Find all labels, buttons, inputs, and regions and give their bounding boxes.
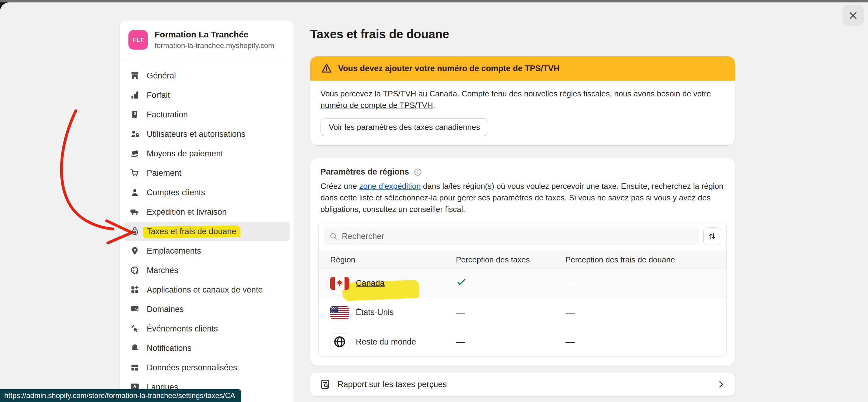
sort-button[interactable]: [703, 228, 721, 245]
payments-icon: [130, 148, 140, 159]
region-cell: États-Unis: [319, 306, 456, 319]
sidebar-item-label: Emplacements: [147, 246, 201, 256]
warning-paragraph: Vous percevez la TPS/TVH au Canada. Comp…: [320, 88, 725, 111]
region-label: États-Unis: [356, 308, 394, 317]
sort-arrows-icon: [707, 231, 717, 241]
warning-banner-text: Vous devez ajouter votre numéro de compt…: [338, 64, 559, 73]
tax-report-label: Rapport sur les taxes perçues: [338, 380, 447, 389]
billing-icon: $: [130, 109, 140, 120]
tps-account-link[interactable]: numéro de compte de TPS/TVH: [320, 101, 433, 110]
regions-table-container: Région Perception des taxes Perception d…: [318, 222, 727, 357]
sidebar-item-label: Taxes et frais de douane: [147, 227, 236, 236]
settings-sidebar: FLT Formation La Tranchée formation-la-t…: [120, 20, 294, 402]
sidebar-item-shipping-truck[interactable]: Expédition et livraison: [124, 202, 290, 222]
sidebar-item-label: Général: [147, 71, 176, 80]
warning-triangle-icon: [320, 62, 333, 74]
custom-data-icon: [130, 363, 140, 373]
sidebar-item-label: Événements clients: [147, 324, 218, 334]
view-canadian-taxes-button[interactable]: Voir les paramètres des taxes canadienne…: [320, 118, 488, 136]
tax-collection-cell: —: [456, 307, 565, 318]
warning-text-before: Vous percevez la TPS/TVH au Canada. Comp…: [320, 89, 711, 98]
region-cell: Canada: [319, 277, 456, 290]
region-row-canada[interactable]: Canada—: [319, 269, 726, 298]
region-row-globe[interactable]: Reste du monde——: [319, 327, 726, 357]
regions-table-body: Canada—États-Unis——Reste du monde——: [319, 269, 726, 357]
cursor-click-icon: [130, 324, 140, 334]
info-icon[interactable]: [413, 168, 423, 177]
sidebar-item-users[interactable]: Utilisateurs et autorisations: [124, 124, 290, 144]
taxes-bag-icon: [130, 226, 140, 237]
main-content: Taxes et frais de douane Vous devez ajou…: [310, 27, 735, 396]
regions-card-title: Paramètres de régions: [320, 167, 409, 177]
store-icon: [130, 71, 140, 81]
regions-table-header: Région Perception des taxes Perception d…: [319, 250, 726, 269]
regions-description: Créez une zone d’expédition dans la/les …: [318, 180, 727, 215]
svg-text:$: $: [136, 270, 138, 275]
sidebar-item-label: Données personnalisées: [147, 363, 237, 372]
warning-text-after: .: [433, 101, 435, 110]
sidebar-item-apps-grid[interactable]: Applications et canaux de vente: [124, 280, 290, 300]
tax-report-icon: [319, 378, 331, 390]
close-icon: [847, 10, 859, 21]
sidebar-item-label: Paiement: [147, 168, 181, 178]
duty-collection-cell: —: [565, 307, 726, 318]
sidebar-item-location-pin[interactable]: Emplacements: [124, 241, 290, 261]
store-name: Formation La Tranchée: [155, 30, 274, 40]
region-label: Reste du monde: [356, 337, 416, 347]
warning-banner: Vous devez ajouter votre numéro de compt…: [310, 56, 735, 80]
regions-desc-before: Créez une: [320, 181, 359, 191]
sidebar-item-store[interactable]: Général: [124, 66, 290, 86]
regions-settings-card: Paramètres de régions Créez une zone d’e…: [310, 158, 735, 366]
no-value-dash: —: [565, 278, 575, 288]
shipping-truck-icon: [130, 207, 140, 217]
sidebar-item-cursor-click[interactable]: Événements clients: [124, 319, 290, 338]
sidebar-item-domains-window[interactable]: Domaines: [124, 300, 290, 319]
svg-text:A: A: [133, 384, 136, 389]
sidebar-item-payments[interactable]: Moyens de paiement: [124, 144, 290, 163]
customer-accounts-icon: [130, 187, 140, 198]
svg-text:$: $: [134, 111, 136, 115]
sidebar-item-checkout-cart[interactable]: Paiement: [124, 163, 290, 183]
tps-warning-card: Vous devez ajouter votre numéro de compt…: [310, 56, 735, 145]
page-title: Taxes et frais de douane: [310, 27, 735, 41]
status-url-bar: https://admin.shopify.com/store/formatio…: [0, 389, 241, 402]
sidebar-item-customer-accounts[interactable]: Comptes clients: [124, 183, 290, 202]
sidebar-item-billing[interactable]: $Facturation: [124, 105, 290, 124]
annotation-highlight: [143, 225, 241, 238]
globe-icon: [330, 333, 349, 350]
sidebar-item-label: Notifications: [147, 344, 191, 353]
sidebar-item-custom-data[interactable]: Données personnalisées: [124, 358, 290, 377]
region-link[interactable]: Canada: [356, 278, 385, 288]
usa-flag-icon: [330, 306, 349, 319]
store-avatar: FLT: [128, 30, 148, 49]
sidebar-item-label: Utilisateurs et autorisations: [147, 130, 245, 139]
checkout-cart-icon: [130, 168, 140, 178]
close-button[interactable]: [842, 5, 864, 26]
sidebar-item-bell[interactable]: Notifications: [124, 338, 290, 358]
shipping-zone-link[interactable]: zone d’expédition: [359, 181, 421, 191]
sidebar-item-label: Marchés: [147, 266, 178, 275]
bell-icon: [130, 343, 140, 353]
sidebar-item-taxes-bag[interactable]: Taxes et frais de douane: [124, 222, 290, 241]
sidebar-item-label: Forfait: [147, 91, 170, 100]
apps-grid-icon: [130, 284, 140, 295]
duty-collection-cell: —: [565, 278, 726, 289]
sidebar-item-label: Moyens de paiement: [147, 149, 223, 159]
sidebar-item-label: Facturation: [147, 110, 188, 120]
region-search-field[interactable]: [324, 228, 699, 245]
header-duty-collection: Perception des frais de douane: [565, 255, 726, 265]
sidebar-item-label: Applications et canaux de vente: [147, 285, 262, 295]
region-row-usa[interactable]: États-Unis——: [319, 298, 726, 327]
tax-report-row[interactable]: Rapport sur les taxes perçues: [310, 372, 735, 396]
no-value-dash: —: [565, 307, 575, 317]
region-search-input[interactable]: [342, 232, 693, 241]
tax-collection-cell: [456, 277, 565, 290]
no-value-dash: —: [565, 337, 575, 347]
duty-collection-cell: —: [565, 337, 726, 347]
store-header: FLT Formation La Tranchée formation-la-t…: [120, 21, 294, 59]
sidebar-item-markets-globe[interactable]: $Marchés: [124, 261, 290, 280]
header-region: Région: [319, 255, 456, 265]
settings-menu: GénéralForfait$FacturationUtilisateurs e…: [120, 59, 294, 402]
sidebar-item-label: Domaines: [147, 305, 184, 314]
sidebar-item-plan[interactable]: Forfait: [124, 86, 290, 105]
